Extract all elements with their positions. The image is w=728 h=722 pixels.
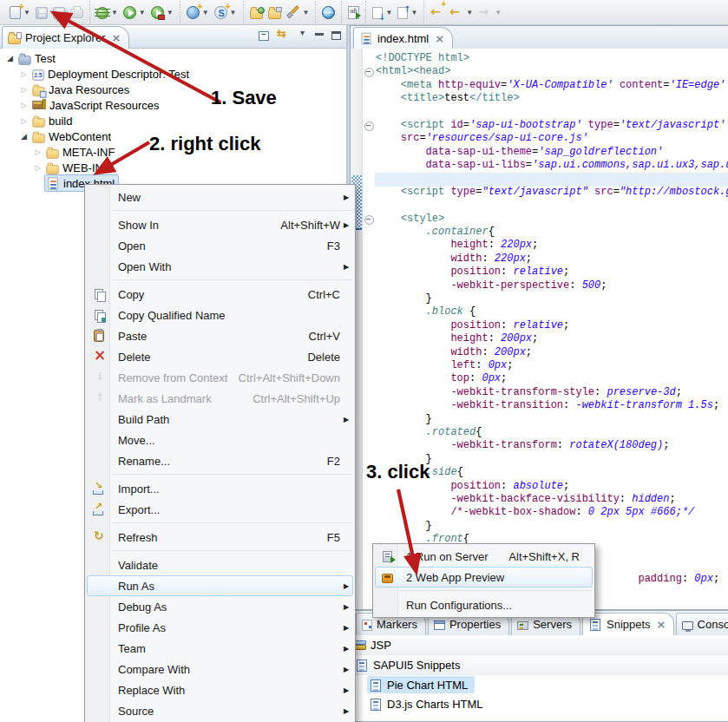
expander-closed-icon[interactable]: ▷ — [31, 164, 44, 172]
tree-item-java-resources[interactable]: ▷Java Resources — [2, 82, 344, 97]
menu-item-show-in[interactable]: Show InAlt+Shift+W▶ — [87, 214, 353, 235]
menu-item-export[interactable]: Export... — [87, 499, 353, 520]
code-editor[interactable]: <!DOCTYPE html><html><head> <meta http-e… — [351, 49, 728, 609]
expander-closed-icon[interactable]: ▷ — [17, 102, 30, 109]
save-all-button[interactable] — [50, 0, 68, 24]
new-wizard-button[interactable]: ▼ — [7, 0, 33, 24]
fold-collapse-icon[interactable] — [364, 215, 374, 225]
tab-snippets[interactable]: Snippets — [582, 613, 674, 635]
externalize-strings-button[interactable] — [345, 0, 362, 24]
expander-closed-icon[interactable]: ▷ — [17, 70, 30, 78]
close-view-icon[interactable] — [109, 33, 120, 43]
maximize-button[interactable] — [331, 31, 341, 40]
snippet-row-jsp-drawer[interactable]: JSP — [351, 635, 728, 655]
close-tab-icon[interactable] — [655, 620, 666, 630]
dropdown-caret-icon[interactable]: ▼ — [495, 9, 502, 16]
menu-item-copy-qualified-name[interactable]: Copy Qualified Name — [87, 305, 353, 325]
dropdown-caret-icon[interactable]: ▼ — [230, 9, 237, 16]
forward-button[interactable]: ▼ — [475, 0, 504, 24]
next-annotation-button[interactable]: ▼ — [370, 0, 395, 24]
tree-item-label: WEB-INF — [62, 161, 110, 174]
fold-collapse-icon[interactable] — [364, 68, 374, 77]
submenu-item-run-on-server[interactable]: 1 Run on ServerAlt+Shift+X, R — [375, 546, 593, 567]
menu-item-import[interactable]: Import... — [87, 478, 353, 499]
dropdown-caret-icon[interactable]: ▼ — [23, 9, 30, 16]
dropdown-caret-icon[interactable]: ▼ — [303, 9, 310, 16]
close-tab-icon[interactable] — [433, 34, 443, 44]
menu-item-profile-as[interactable]: Profile As▶ — [87, 617, 353, 638]
back-button[interactable]: ▼ — [447, 0, 475, 24]
snippet-row-sapui5-snippets-drawer[interactable]: SAPUI5 Snippets — [351, 655, 728, 675]
console-tab-icon — [682, 621, 693, 630]
collapse-all-button[interactable] — [259, 31, 269, 41]
menu-item-label: Open With — [118, 260, 171, 273]
fold-collapse-icon[interactable] — [364, 121, 374, 131]
tree-item-javascript-resources[interactable]: ▷JavaScript Resources — [2, 97, 344, 113]
menu-item-replace-with[interactable]: Replace With▶ — [87, 679, 353, 700]
open-project-button[interactable] — [247, 0, 266, 24]
menu-item-move[interactable]: Move... — [87, 430, 353, 450]
dropdown-caret-icon[interactable]: ▼ — [202, 9, 209, 16]
tree-item-web-inf-folder[interactable]: ▷WEB-INF — [2, 160, 344, 175]
snippet-row-pie-chart-html[interactable]: Pie Chart HTML — [351, 675, 728, 694]
link-with-editor-button[interactable] — [277, 28, 291, 42]
menu-item-delete[interactable]: DeleteDelete — [87, 346, 353, 367]
dropdown-caret-icon[interactable]: ▼ — [466, 9, 473, 16]
run-button[interactable]: ▼ — [121, 0, 148, 24]
print-button[interactable] — [68, 0, 86, 24]
save-button[interactable] — [33, 0, 50, 24]
folding-ruler — [363, 49, 375, 609]
dropdown-caret-icon[interactable]: ▼ — [111, 9, 118, 16]
dropdown-caret-icon[interactable]: ▼ — [410, 9, 417, 16]
expander-open-icon[interactable]: ◢ — [17, 132, 30, 141]
menu-item-team[interactable]: Team▶ — [87, 638, 353, 659]
menu-item-compare-with[interactable]: Compare With▶ — [87, 659, 353, 679]
menu-item-debug-as[interactable]: Debug As▶ — [87, 596, 353, 617]
menu-item-validate[interactable]: Validate — [87, 555, 353, 575]
snippet-row-d3js-charts-html[interactable]: D3.js Charts HTML — [351, 694, 728, 713]
tree-item-deployment-descriptor[interactable]: ▷Deployment Descriptor: Test — [2, 66, 344, 82]
menu-item-open[interactable]: OpenF3 — [87, 235, 353, 256]
menu-item-open-with[interactable]: Open With▶ — [87, 256, 353, 277]
tab-console[interactable]: Console — [676, 613, 728, 635]
menu-item-run-as[interactable]: Run As▶ — [87, 575, 353, 596]
snippets-tab-icon — [590, 619, 600, 631]
brush-button[interactable]: ▼ — [284, 0, 312, 24]
dropdown-caret-icon[interactable]: ▼ — [167, 9, 174, 16]
remove-ctx-icon — [92, 371, 106, 384]
previous-annotation-button[interactable]: ▼ — [395, 0, 420, 24]
menu-item-refresh[interactable]: RefreshF5 — [87, 527, 353, 548]
project-explorer-tab[interactable]: Project Explorer — [2, 26, 129, 49]
run-server-icon — [383, 551, 392, 562]
dropdown-caret-icon[interactable]: ▼ — [139, 9, 146, 16]
menu-item-copy[interactable]: CopyCtrl+C — [87, 284, 353, 305]
sapui5-button[interactable]: ▼ — [212, 0, 239, 24]
menu-item-rename[interactable]: Rename...F2 — [87, 450, 353, 471]
run-external-tools-button[interactable]: ▼ — [148, 0, 176, 24]
menu-item-paste[interactable]: PasteCtrl+V — [87, 325, 353, 346]
servers-tab-icon — [517, 621, 528, 630]
expander-closed-icon[interactable]: ▷ — [17, 86, 30, 94]
menu-item-build-path[interactable]: Build Path▶ — [87, 409, 353, 430]
expander-closed-icon[interactable]: ▷ — [17, 117, 30, 125]
open-folder-icon — [268, 10, 281, 19]
debug-button[interactable]: ▼ — [94, 0, 121, 24]
minimize-button[interactable] — [315, 33, 324, 40]
menu-icon-slot — [376, 571, 398, 583]
menu-item-source[interactable]: Source▶ — [87, 700, 353, 721]
last-edit-location-button[interactable] — [428, 0, 447, 24]
view-menu-button[interactable] — [298, 28, 307, 42]
new-server-button[interactable]: ▼ — [184, 0, 212, 24]
editor-tab-index-html[interactable]: index.html — [353, 27, 453, 49]
dropdown-caret-icon[interactable]: ▼ — [385, 9, 392, 16]
tree-item-build-folder[interactable]: ▷build — [2, 113, 344, 128]
web-browser-button[interactable] — [319, 0, 338, 24]
expander-closed-icon[interactable]: ▷ — [31, 148, 44, 156]
submenu-item-run-configurations[interactable]: Run Configurations... — [375, 594, 593, 615]
menu-item-shortcut: Delete — [307, 351, 340, 364]
menu-item-new[interactable]: New▶ — [87, 187, 353, 207]
expander-open-icon[interactable]: ◢ — [3, 54, 16, 62]
open-folder-button[interactable] — [266, 0, 284, 24]
tree-item-test-project[interactable]: ◢Test — [2, 50, 344, 66]
submenu-item-web-app-preview[interactable]: 2 Web App Preview — [375, 567, 593, 587]
